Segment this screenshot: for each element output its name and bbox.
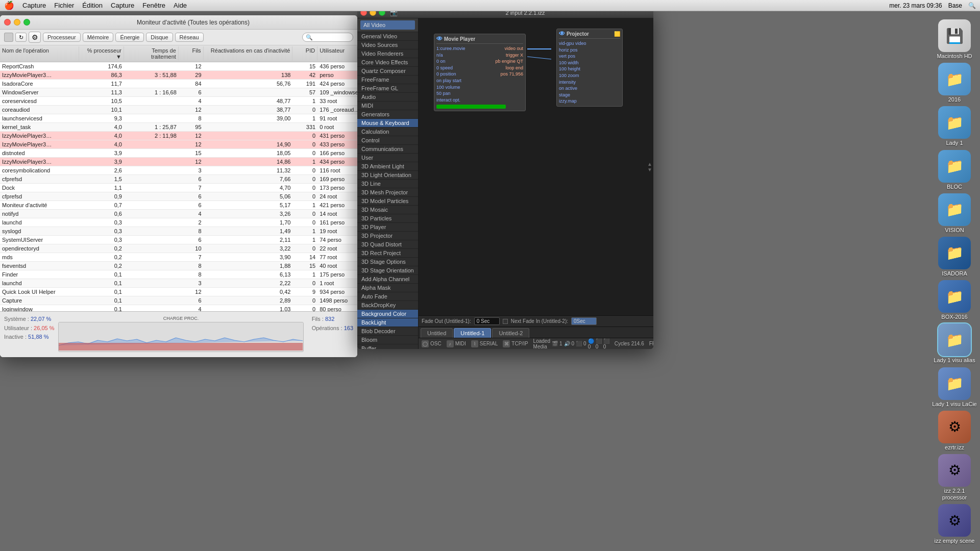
tab-untitled[interactable]: Untitled	[421, 328, 453, 338]
left-panel-item[interactable]: Alpha Mask	[357, 284, 418, 292]
icon-lady1-alias[interactable]: 📁 Lady 1 visu alias	[932, 323, 977, 364]
menu-fenetre[interactable]: Fenêtre	[142, 2, 165, 9]
col-header-name[interactable]: Nom de l'opération	[0, 46, 79, 61]
left-panel-item[interactable]: Video Renderers	[357, 49, 418, 58]
col-header-pid[interactable]: PID	[292, 46, 317, 61]
minimize-button[interactable]	[14, 19, 20, 26]
toolbar-refresh[interactable]: ↻	[15, 33, 27, 42]
tab-reseau[interactable]: Réseau	[175, 33, 204, 42]
table-row[interactable]: mds 0,2 7 3,90 14 77 root	[0, 253, 357, 262]
toolbar-gear-button[interactable]: ⚙	[29, 32, 41, 43]
table-row[interactable]: IzzyMoviePlayer3… 4,0 2 : 11,98 12 0 431…	[0, 132, 357, 140]
table-row[interactable]: IzzyMoviePlayer3… 3,9 12 14,86 1 434 per…	[0, 158, 357, 166]
tab-energie[interactable]: Énergie	[115, 33, 144, 42]
table-row[interactable]: cfprefsd 0,9 6 5,06 0 24 root	[0, 192, 357, 201]
table-row[interactable]: launchd 0,3 2 1,70 0 161 perso	[0, 218, 357, 227]
table-row[interactable]: notifyd 0,6 4 3,26 0 14 root	[0, 210, 357, 218]
left-panel-item[interactable]: 3D Quad Distort	[357, 240, 418, 249]
left-panel-item[interactable]: Add Alpha Channel	[357, 275, 418, 284]
menu-fichier[interactable]: Fichier	[54, 2, 74, 9]
left-panel-item[interactable]: FreeFrame	[357, 76, 418, 84]
icon-macintosh-hd[interactable]: 💾 Macintosh HD	[932, 19, 977, 60]
left-panel-item[interactable]: BackLight	[357, 318, 418, 327]
table-row[interactable]: IzzyMoviePlayer3… 86,3 3 : 51,88 29 138 …	[0, 71, 357, 80]
left-panel-item[interactable]: 3D Light Orientation	[357, 171, 418, 180]
left-panel-item[interactable]: Communications	[357, 145, 418, 154]
left-panel-item[interactable]: 3D Player	[357, 223, 418, 232]
left-panel-item[interactable]: Audio	[357, 93, 418, 102]
icon-isadora[interactable]: 📁 ISADORA	[932, 237, 977, 277]
menubar-search-icon[interactable]: 🔍	[968, 2, 976, 9]
icon-vision[interactable]: 📁 VISION	[932, 193, 977, 234]
table-row[interactable]: Quick Look UI Helper 0,1 12 0,42 9 934 p…	[0, 288, 357, 296]
tab-memoire[interactable]: Mémoire	[83, 33, 114, 42]
left-panel-item[interactable]: 3D Ambient Light	[357, 162, 418, 171]
icon-izz-empty[interactable]: ⚙ izz empty scene	[932, 504, 977, 544]
left-panel-item[interactable]: 3D Line	[357, 180, 418, 188]
left-panel-item[interactable]: Blob Decoder	[357, 327, 418, 336]
left-panel-item[interactable]: 3D Stage Orientation	[357, 266, 418, 275]
left-panel-item[interactable]: BackDropKey	[357, 301, 418, 310]
left-panel-item[interactable]: 3D Particles	[357, 214, 418, 223]
table-row[interactable]: fseventsd 0,2 8 1,88 15 40 root	[0, 262, 357, 270]
icon-izzr[interactable]: ⚙ ezrtr.izz	[932, 411, 977, 451]
left-panel-item[interactable]: Buffer	[357, 344, 418, 349]
menu-edition[interactable]: Édition	[82, 2, 103, 9]
left-panel-item[interactable]: Quartz Composer	[357, 67, 418, 76]
table-row[interactable]: WindowServer 11,3 1 : 16,68 6 57 109 _wi…	[0, 88, 357, 97]
menu-aide[interactable]: Aide	[174, 2, 187, 9]
left-panel-item[interactable]: 3D Mosaic	[357, 206, 418, 214]
left-panel-item[interactable]: Video Sources	[357, 41, 418, 49]
icon-izz221[interactable]: ⚙ izz 2.2.1 processor	[932, 454, 977, 501]
table-row[interactable]: IsadoraCore 11,7 84 56,76 191 424 perso	[0, 80, 357, 88]
col-header-fils[interactable]: Fils	[179, 46, 204, 61]
table-row[interactable]: coresymbolicationd 2,6 3 11,32 0 116 roo…	[0, 166, 357, 175]
next-fade-input[interactable]	[571, 317, 597, 325]
icon-lady1[interactable]: 📁 Lady 1	[932, 106, 977, 146]
col-header-time[interactable]: Temps de traitement	[124, 46, 179, 61]
col-header-user[interactable]: Utilisateur	[317, 46, 357, 61]
table-row[interactable]: Capture 0,1 6 2,89 0 1498 perso	[0, 296, 357, 305]
toolbar-back[interactable]	[4, 33, 13, 42]
left-panel-item[interactable]: Generators	[357, 110, 418, 119]
table-row[interactable]: syslogd 0,3 8 1,49 1 19 root	[0, 227, 357, 236]
left-panel-item[interactable]: FreeFrame GL	[357, 84, 418, 93]
left-panel-item[interactable]: Auto Fade	[357, 292, 418, 301]
maximize-button[interactable]	[23, 19, 30, 26]
left-panel-item[interactable]: Bloom	[357, 336, 418, 344]
left-panel-item[interactable]: 3D Mesh Projector	[357, 188, 418, 197]
table-row[interactable]: launchservicesd 9,3 8 39,00 1 91 root	[0, 114, 357, 123]
table-row[interactable]: Finder 0,1 8 6,13 1 175 perso	[0, 270, 357, 279]
icon-lady1-lacie[interactable]: 📁 Lady 1 visu LaCie	[932, 367, 977, 408]
fade-out-input[interactable]	[474, 317, 500, 325]
projector-node[interactable]: 👁 Projector 🟨 vid-gpu video horiz pos ve…	[556, 29, 623, 107]
table-row[interactable]: coreaudiod 10,1 12 38,77 0 176 _coreaud…	[0, 106, 357, 114]
table-row[interactable]: kernel_task 4,0 1 : 25,87 95 331 0 root	[0, 123, 357, 132]
table-row[interactable]: opendirectoryd 0,2 10 3,22 0 22 root	[0, 244, 357, 253]
table-row[interactable]: coreservicesd 10,5 4 48,77 1 33 root	[0, 97, 357, 106]
left-panel-item[interactable]: Background Color	[357, 310, 418, 318]
tab-processeur[interactable]: Processeur	[43, 33, 81, 42]
table-row[interactable]: loginwindow 0,1 4 1,03 0 80 perso	[0, 305, 357, 311]
patch-area[interactable]: 👁 Movie Player 1:curee.movievideo out n/…	[419, 18, 653, 315]
left-panel-item[interactable]: Calculation	[357, 128, 418, 136]
search-input[interactable]	[302, 33, 353, 42]
left-panel-item[interactable]: Control	[357, 136, 418, 145]
left-panel-item[interactable]: MIDI	[357, 102, 418, 110]
table-row[interactable]: launchd 0,1 3 2,22 0 1 root	[0, 279, 357, 288]
movie-player-node[interactable]: 👁 Movie Player 1:curee.movievideo out n/…	[434, 34, 526, 111]
table-row[interactable]: SystemUIServer 0,3 6 2,11 1 74 perso	[0, 236, 357, 244]
table-row[interactable]: distnoted 3,9 15 18,05 0 166 perso	[0, 149, 357, 158]
tab-untitled2[interactable]: Untitled-2	[492, 328, 529, 338]
table-row[interactable]: IzzyMoviePlayer3… 4,0 12 14,90 0 433 per…	[0, 140, 357, 149]
table-row[interactable]: Dock 1,1 7 4,70 0 173 perso	[0, 184, 357, 192]
apple-menu[interactable]: 🍎	[4, 1, 14, 10]
left-panel-item[interactable]: 3D Model Particles	[357, 197, 418, 206]
tab-disque[interactable]: Disque	[146, 33, 173, 42]
table-row[interactable]: Moniteur d'activité 0,7 6 5,17 1 421 per…	[0, 201, 357, 210]
icon-box2016[interactable]: 📁 BOX-2016	[932, 280, 977, 320]
icon-2016[interactable]: 📁 2016	[932, 63, 977, 103]
left-panel-item[interactable]: Core Video Effects	[357, 58, 418, 67]
tab-untitled1[interactable]: Untitled-1	[454, 328, 491, 338]
col-header-cpu[interactable]: % processeur ▼	[79, 46, 124, 61]
